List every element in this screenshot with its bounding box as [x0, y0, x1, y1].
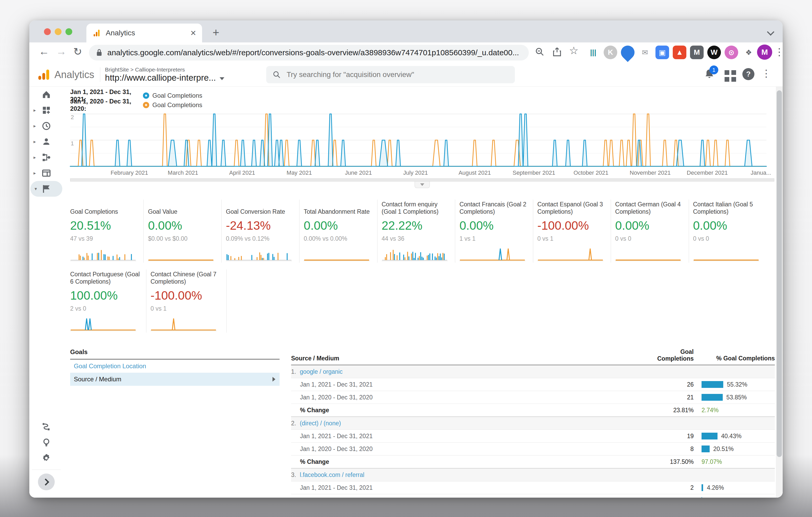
- breadcrumb: BrightSite > Calliope-Interpreters: [105, 66, 224, 73]
- sidebar-collapse-button[interactable]: [38, 473, 55, 490]
- sidebar-ext-icon[interactable]: |||: [586, 46, 600, 59]
- goals-item-source-medium[interactable]: Source / Medium: [70, 373, 280, 386]
- scorecard-goal-completions[interactable]: Goal Completions20.51%47 vs 39: [70, 199, 143, 263]
- scorecard-title: Goal Value: [148, 199, 218, 215]
- power-ext-icon[interactable]: ⊙: [725, 46, 738, 59]
- k-ext-icon[interactable]: K: [604, 46, 617, 59]
- scorecard-contact-espanol-goal-3-completions[interactable]: Contact Espanol (Goal 3 Completions)-100…: [533, 199, 611, 263]
- apps-grid-icon[interactable]: [725, 70, 736, 82]
- tag-ext-icon[interactable]: ▣: [656, 46, 669, 59]
- expander-icon[interactable]: ▸: [33, 170, 36, 176]
- scorecard-total-abandonment-rate[interactable]: Total Abandonment Rate0.00%0.00% vs 0.00…: [299, 199, 377, 263]
- browser-profile-avatar[interactable]: M: [757, 45, 772, 60]
- sidebar-item-home[interactable]: [29, 87, 63, 102]
- goal-completions-value: 0: [649, 497, 694, 498]
- notifications-bell-icon[interactable]: 1: [704, 68, 715, 81]
- scorecard-comparison: 0 vs 1: [150, 305, 223, 312]
- help-icon[interactable]: ?: [743, 68, 754, 80]
- scrollbar-thumb[interactable]: [777, 90, 782, 457]
- pct-label: 53.85%: [726, 394, 747, 401]
- table-header: Source / Medium Goal Completions % Goal …: [291, 348, 775, 365]
- search-bar[interactable]: [266, 66, 515, 83]
- zoom-window-button[interactable]: [65, 28, 72, 35]
- scorecard-value: 100.00%: [70, 288, 142, 302]
- share-icon[interactable]: [552, 47, 562, 57]
- pct-change-label: % Change: [291, 458, 649, 465]
- scorecard-contact-italian-goal-5-completions[interactable]: Contact Italian (Goal 5 Completions)0.00…: [689, 199, 766, 263]
- scorecard-title: Contact Espanol (Goal 3 Completions): [538, 199, 607, 215]
- goals-item-completion-location[interactable]: Goal Completion Location: [70, 360, 280, 373]
- month-label: November 2021: [630, 169, 671, 176]
- reload-button[interactable]: ↻: [73, 46, 82, 58]
- browser-tab[interactable]: Analytics ✕: [86, 24, 202, 43]
- goal-completions-value: 2: [649, 484, 694, 491]
- page-scrollbar[interactable]: [776, 87, 783, 498]
- address-bar[interactable]: analytics.google.com/analytics/web/#/rep…: [89, 45, 529, 60]
- lighthouse-ext-icon[interactable]: ▲: [673, 46, 686, 59]
- chart-x-axis: February 2021March 2021April 2021May 202…: [70, 168, 766, 176]
- scorecard-title: Contact Francais (Goal 2 Completions): [459, 199, 529, 215]
- chart-collapse-tab[interactable]: [415, 182, 430, 188]
- scorecard-comparison: 0.09% vs 0.12%: [226, 235, 295, 242]
- minimize-window-button[interactable]: [55, 28, 61, 35]
- source-medium-link[interactable]: google / organic: [300, 368, 343, 375]
- acquisition-icon: [40, 152, 52, 163]
- sidebar-item-acquisition[interactable]: ▸: [29, 149, 63, 165]
- scorecard-value: -100.00%: [538, 218, 607, 233]
- scorecard-sparkline: [459, 245, 525, 261]
- tab-close-icon[interactable]: ✕: [190, 29, 196, 37]
- search-icon: [272, 71, 281, 79]
- sidebar-item-conversions[interactable]: ▾: [30, 181, 62, 197]
- sidebar-item-attribution[interactable]: [29, 419, 63, 435]
- expander-icon[interactable]: ▸: [33, 139, 36, 144]
- map-pin-ext-icon[interactable]: [618, 43, 637, 62]
- analytics-header: Analytics BrightSite > Calliope-Interpre…: [29, 63, 783, 87]
- sidebar-item-customization[interactable]: ▸: [29, 102, 63, 118]
- sidebar-item-admin[interactable]: [29, 450, 63, 466]
- scorecard-sparkline: [150, 315, 216, 331]
- scorecard-goal-conversion-rate[interactable]: Goal Conversion Rate-24.13%0.09% vs 0.12…: [222, 199, 299, 263]
- account-breadcrumb[interactable]: BrightSite > Calliope-Interpreters http:…: [105, 66, 224, 83]
- legend-series: Goal Completions: [152, 92, 202, 99]
- close-window-button[interactable]: [44, 28, 51, 35]
- sidebar-item-behavior[interactable]: ▸: [29, 165, 63, 181]
- zoom-page-icon[interactable]: [534, 47, 545, 57]
- shield-ext-icon[interactable]: W: [707, 46, 721, 59]
- scorecard-contact-form-enquiry-goal-1-completions[interactable]: Contact form enquiry (Goal 1 Completions…: [377, 199, 455, 263]
- sidebar-item-audience[interactable]: ▸: [29, 134, 63, 149]
- scorecard-sparkline: [693, 245, 759, 261]
- merge-ext-icon[interactable]: M: [690, 46, 704, 59]
- bookmark-star-icon[interactable]: ☆: [569, 45, 579, 57]
- sidebar-item-discover[interactable]: [29, 435, 63, 450]
- scorecard-value: 20.51%: [70, 218, 140, 233]
- sidebar-item-realtime[interactable]: ▸: [29, 118, 63, 134]
- search-input[interactable]: [286, 70, 502, 79]
- forward-button[interactable]: →: [56, 46, 66, 57]
- expander-icon[interactable]: ▸: [33, 155, 36, 160]
- scorecard-comparison: 0.00% vs 0.00%: [303, 235, 373, 242]
- table-group-row: 2.(direct) / (none): [291, 417, 775, 430]
- source-medium-link[interactable]: l.facebook.com / referral: [300, 471, 365, 479]
- scorecard-contact-francais-goal-2-completions[interactable]: Contact Francais (Goal 2 Completions)0.0…: [455, 199, 533, 263]
- scorecard-contact-german-goal-4-completions[interactable]: Contact German (Goal 4 Completions)0.00%…: [611, 199, 689, 263]
- scorecard-value: -24.13%: [226, 218, 295, 233]
- puzzle-ext-icon[interactable]: ❖: [742, 46, 755, 59]
- scorecard-title: Total Abandonment Rate: [303, 199, 373, 215]
- expander-icon[interactable]: ▾: [34, 186, 37, 192]
- header-menu-icon[interactable]: ⋮: [761, 67, 771, 79]
- scorecard-goal-value[interactable]: Goal Value0.00%$0.00 vs $0.00: [143, 199, 221, 263]
- mail-ext-icon[interactable]: ✉: [638, 46, 652, 59]
- new-tab-button[interactable]: +: [212, 25, 220, 40]
- svg-text:1: 1: [71, 140, 74, 147]
- tab-search-chevron-icon[interactable]: [767, 28, 774, 36]
- back-button[interactable]: ←: [39, 46, 49, 57]
- source-medium-link[interactable]: (direct) / (none): [300, 420, 341, 427]
- expander-icon[interactable]: ▸: [33, 107, 36, 113]
- scorecard-contact-portuguese-goal-6-completions[interactable]: Contact Portuguese (Goal 6 Completions)1…: [70, 270, 146, 333]
- month-label: June 2021: [345, 169, 372, 176]
- expander-icon[interactable]: ▸: [33, 123, 36, 129]
- browser-menu-icon[interactable]: ⋮: [774, 46, 783, 58]
- scorecard-contact-chinese-goal-7-completions[interactable]: Contact Chinese (Goal 7 Completions)-100…: [146, 270, 227, 333]
- property-selector[interactable]: http://www.calliope-interpre...: [105, 73, 216, 83]
- goals-report: Goals Goal Completion Location Source / …: [70, 348, 783, 498]
